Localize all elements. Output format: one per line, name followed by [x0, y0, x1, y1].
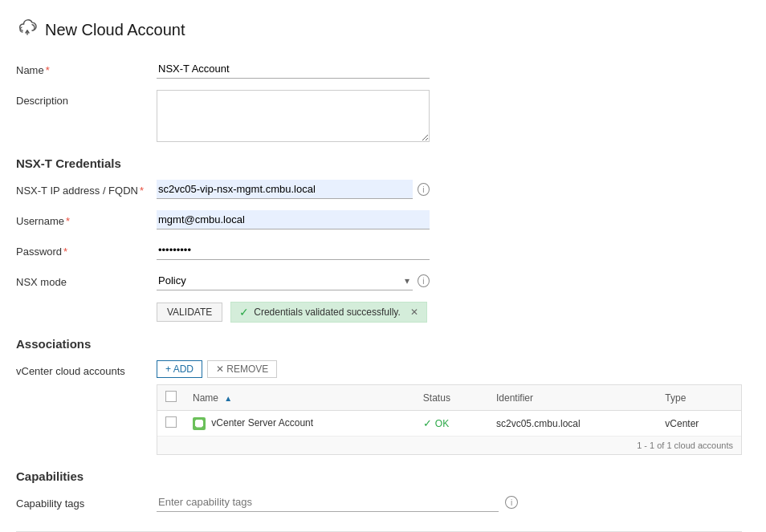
ip-input[interactable]	[157, 180, 413, 199]
name-input[interactable]	[157, 59, 430, 79]
table-footer: 1 - 1 of 1 cloud accounts	[157, 436, 741, 454]
checkmark-icon: ✓	[423, 417, 432, 429]
associations-section-title: Associations	[16, 337, 742, 351]
row-checkbox-cell	[157, 411, 185, 437]
vcenter-server-icon	[193, 417, 206, 430]
capability-tags-label: Capability tags	[16, 493, 157, 510]
username-field-wrapper	[157, 210, 430, 229]
name-label: Name*	[16, 59, 157, 76]
check-circle-icon: ✓	[239, 306, 249, 319]
vcenter-accounts-row: vCenter cloud accounts + ADD ✕ REMOVE	[16, 360, 742, 378]
password-input[interactable]	[157, 241, 430, 260]
capability-info-icon: i	[505, 496, 518, 509]
password-label: Password*	[16, 241, 157, 258]
page-title-text: New Cloud Account	[45, 21, 185, 39]
capability-tags-input[interactable]	[157, 493, 499, 512]
validate-row: VALIDATE ✓ Credentials validated success…	[157, 302, 742, 323]
table-header-row: Name ▲ Status Identifier Type	[157, 385, 741, 411]
nsx-mode-row: NSX mode Policy Manager ▾ i	[16, 271, 742, 290]
ip-field-wrapper: i	[157, 180, 430, 199]
username-label: Username*	[16, 210, 157, 227]
username-input[interactable]	[157, 210, 430, 229]
row-type-cell: vCenter	[657, 411, 741, 437]
th-status: Status	[415, 385, 488, 411]
th-checkbox	[157, 385, 185, 411]
th-type: Type	[657, 385, 741, 411]
capability-tags-row: Capability tags i	[16, 493, 742, 512]
vcenter-label: vCenter cloud accounts	[16, 362, 157, 377]
remove-vcenter-button[interactable]: ✕ REMOVE	[207, 360, 277, 378]
vcenter-table-container: Name ▲ Status Identifier Type	[157, 384, 742, 455]
row-name-cell: vCenter Server Account	[185, 411, 415, 437]
row-status-cell: ✓ OK	[415, 411, 488, 437]
page-container: New Cloud Account Name* Description NSX-…	[0, 0, 766, 532]
status-ok-badge: ✓ OK	[423, 417, 480, 429]
password-row: Password*	[16, 241, 742, 260]
nsx-mode-field-wrapper: Policy Manager ▾ i	[157, 271, 430, 290]
validation-message: Credentials validated successfully.	[254, 307, 401, 318]
ip-row: NSX-T IP address / FQDN* i	[16, 180, 742, 199]
row-identifier-cell: sc2vc05.cmbu.local	[488, 411, 657, 437]
add-vcenter-button[interactable]: + ADD	[157, 360, 202, 378]
sort-name-icon[interactable]: ▲	[224, 394, 232, 403]
page-title-row: New Cloud Account	[16, 16, 742, 43]
th-name: Name ▲	[185, 385, 415, 411]
password-field-wrapper	[157, 241, 430, 260]
capability-tags-wrapper: i	[157, 493, 518, 512]
assoc-controls: + ADD ✕ REMOVE	[157, 360, 277, 378]
description-input[interactable]	[157, 90, 430, 142]
th-identifier: Identifier	[488, 385, 657, 411]
validate-button[interactable]: VALIDATE	[157, 303, 222, 322]
close-badge-button[interactable]: ✕	[410, 307, 418, 318]
name-row: Name*	[16, 59, 742, 79]
select-all-checkbox[interactable]	[165, 391, 177, 402]
description-row: Description	[16, 90, 742, 142]
vcenter-table: Name ▲ Status Identifier Type	[157, 385, 741, 436]
nsx-mode-select[interactable]: Policy Manager	[157, 271, 413, 290]
cloud-sync-icon	[16, 16, 39, 43]
row-checkbox[interactable]	[165, 416, 177, 428]
validation-success-badge: ✓ Credentials validated successfully. ✕	[230, 302, 427, 323]
nsx-mode-info-icon: i	[418, 274, 430, 287]
ip-info-icon: i	[418, 183, 430, 196]
description-label: Description	[16, 90, 157, 107]
capabilities-section-title: Capabilities	[16, 469, 742, 483]
credentials-section-title: NSX-T Credentials	[16, 156, 742, 170]
table-row: vCenter Server Account ✓ OK sc2vc05.cmbu…	[157, 411, 741, 437]
nsx-mode-label: NSX mode	[16, 271, 157, 288]
name-field-wrapper	[157, 59, 430, 79]
username-row: Username*	[16, 210, 742, 229]
ip-label: NSX-T IP address / FQDN*	[16, 180, 157, 197]
name-required: *	[46, 64, 50, 76]
